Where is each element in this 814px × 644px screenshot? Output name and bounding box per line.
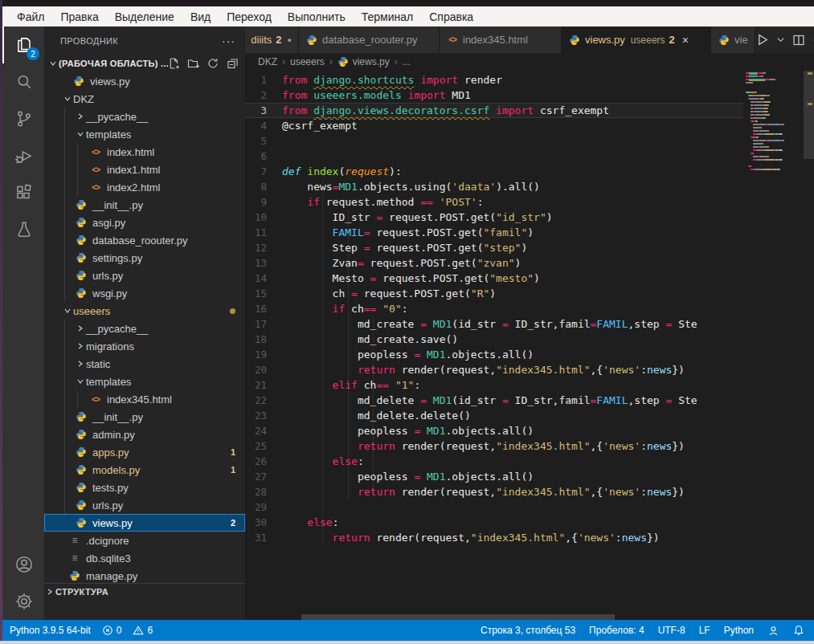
code-line-15: 15 ch = request.POST.get("R") (245, 286, 743, 301)
tree-item-useeers[interactable]: useeers (44, 302, 245, 320)
minimap[interactable] (746, 72, 804, 201)
editor-group[interactable]: DKZ›useeers›views.py›... 1from django.sh… (245, 53, 814, 620)
refresh-icon[interactable] (207, 57, 219, 70)
run-debug-icon[interactable] (2, 137, 44, 174)
code-text: if ch== "0": (282, 301, 408, 316)
tree-item-urls-py[interactable]: urls.py (44, 267, 245, 284)
menu-item[interactable]: Правка (52, 9, 106, 25)
tree-item-apps-py[interactable]: apps.py1 (44, 443, 245, 461)
tree-item-models-py[interactable]: models.py1 (44, 461, 245, 479)
account-icon[interactable] (2, 546, 44, 583)
settings-icon[interactable] (2, 583, 44, 620)
status-item[interactable]: UTF-8 (658, 625, 685, 636)
tree-item-index-html[interactable]: <>index.html (44, 143, 245, 161)
close-tab-icon[interactable]: × (682, 34, 689, 47)
status-item[interactable]: LF (699, 625, 710, 636)
tree-item-views-py[interactable]: views.py2 (44, 514, 245, 532)
outline-section-header[interactable]: СТРУКТУРА (44, 583, 245, 599)
status-item-error[interactable]: 0 (102, 625, 122, 636)
line-number: 15 (245, 286, 282, 301)
tree-item-migrations[interactable]: migrations (44, 337, 245, 355)
tree-item--pycache-[interactable]: __pycache__ (44, 108, 245, 125)
breadcrumb-item[interactable]: ... (403, 56, 411, 67)
status-item-bell[interactable] (793, 625, 804, 636)
extensions-icon[interactable] (2, 174, 44, 211)
menu-item[interactable]: Вид (182, 9, 219, 25)
tab-views-py[interactable]: views.pyuseeers2× (562, 26, 711, 53)
run-python-file-icon[interactable] (755, 33, 769, 47)
tree-item-asgi-py[interactable]: asgi.py (44, 214, 245, 231)
tree-item--init-py[interactable]: __init__.py (44, 408, 245, 426)
line-number: 6 (245, 149, 282, 164)
breadcrumb-item[interactable]: DKZ (258, 56, 277, 67)
collapse-all-icon[interactable] (226, 57, 239, 70)
code-text: Step = request.POST.get("step") (282, 240, 527, 255)
tree-item-templates[interactable]: templates (44, 373, 245, 390)
code-line-23: 23 md_delete.delete() (245, 408, 743, 423)
menu-item[interactable]: Справка (421, 9, 481, 25)
status-item-feedback[interactable] (767, 625, 779, 637)
tree-item--init-py[interactable]: __init__.py (44, 196, 245, 214)
horizontal-scrollbar[interactable] (301, 614, 615, 620)
vertical-scrollbar[interactable] (804, 71, 814, 159)
tree-item-settings-py[interactable]: settings.py (44, 249, 245, 267)
tree-item-dkz[interactable]: DKZ (44, 90, 245, 108)
tree-item-urls-py[interactable]: urls.py (44, 496, 245, 514)
new-file-icon[interactable] (168, 57, 181, 70)
tree-item-label: urls.py (92, 270, 123, 282)
tree-item-index345-html[interactable]: <>index345.html (44, 390, 245, 408)
tab-diiits[interactable]: diiits2● (245, 26, 299, 53)
chevron-down-icon[interactable] (776, 35, 785, 44)
menu-item[interactable]: Файл (9, 9, 52, 25)
activity-badge: 2 (27, 47, 39, 60)
tab-database-roouter-py[interactable]: database_roouter.py (299, 26, 440, 53)
tree-item-templates[interactable]: templates (44, 125, 245, 143)
code-lines[interactable]: 1from django.shortcuts import render2fro… (245, 71, 743, 545)
menu-item[interactable]: Терминал (354, 9, 421, 25)
tree-item-index2-html[interactable]: <>index2.html (44, 178, 245, 196)
tree-item-wsgi-py[interactable]: wsgi.py (44, 284, 245, 302)
tab-label: views.py (585, 34, 625, 46)
tree-item-database-roouter-py[interactable]: database_roouter.py (44, 231, 245, 249)
tree-item-label: __pycache__ (86, 111, 148, 123)
tab-index345-html[interactable]: <>index345.html (440, 26, 562, 53)
python-file-icon (305, 34, 318, 47)
testing-icon[interactable] (2, 211, 44, 248)
code-text: Mesto = request.POST.get("mesto") (282, 271, 540, 286)
search-icon[interactable] (2, 63, 44, 100)
menu-item[interactable]: Выполнить (280, 9, 354, 25)
status-item[interactable]: Строка 3, столбец 53 (481, 625, 575, 636)
workspace-section-header[interactable]: (РАБОЧАЯ ОБЛАСТЬ) ... (44, 55, 245, 72)
tree-item--dcignore[interactable]: ≡.dcignore (44, 532, 245, 549)
tree-item-static[interactable]: static (44, 355, 245, 373)
breadcrumb-item[interactable]: views.py (353, 56, 390, 67)
status-item[interactable]: Python (724, 625, 754, 636)
status-item-warning[interactable]: 6 (133, 625, 153, 636)
python-file-icon (75, 446, 88, 459)
line-number: 14 (245, 271, 282, 286)
source-control-icon[interactable] (2, 100, 44, 137)
status-item[interactable]: Python 3.9.5 64-bit (10, 625, 91, 636)
split-editor-icon[interactable] (792, 34, 805, 47)
modified-dot-icon[interactable]: ● (288, 36, 292, 44)
line-number: 10 (245, 210, 282, 225)
tree-item--pycache-[interactable]: __pycache__ (44, 320, 245, 337)
tree-item-admin-py[interactable]: admin.py (44, 426, 245, 443)
new-folder-icon[interactable] (187, 57, 200, 70)
tab-badge: 2 (669, 34, 675, 46)
file-tree: views.pyDKZ__pycache__templates<>index.h… (44, 72, 245, 585)
tree-item-manage-py[interactable]: manage.py (44, 567, 245, 585)
menu-item[interactable]: Переход (219, 9, 280, 25)
tree-item-tests-py[interactable]: tests.py (44, 479, 245, 496)
tree-item-index1-html[interactable]: <>index1.html (44, 161, 245, 178)
tree-item-views-py[interactable]: views.py (44, 72, 245, 90)
python-file-icon (72, 75, 85, 88)
more-actions-icon[interactable]: ··· (222, 35, 235, 47)
tab-vie[interactable]: vie (711, 26, 755, 53)
tree-item-db-sqlite3[interactable]: ≡db.sqlite3 (44, 549, 245, 567)
sidebar-title: ПРОВОДНИК (60, 36, 118, 46)
breadcrumb-item[interactable]: useeers (290, 56, 325, 67)
explorer-icon[interactable]: 2 (2, 26, 44, 63)
status-item[interactable]: Пробелов: 4 (589, 625, 644, 636)
menu-item[interactable]: Выделение (107, 9, 182, 25)
